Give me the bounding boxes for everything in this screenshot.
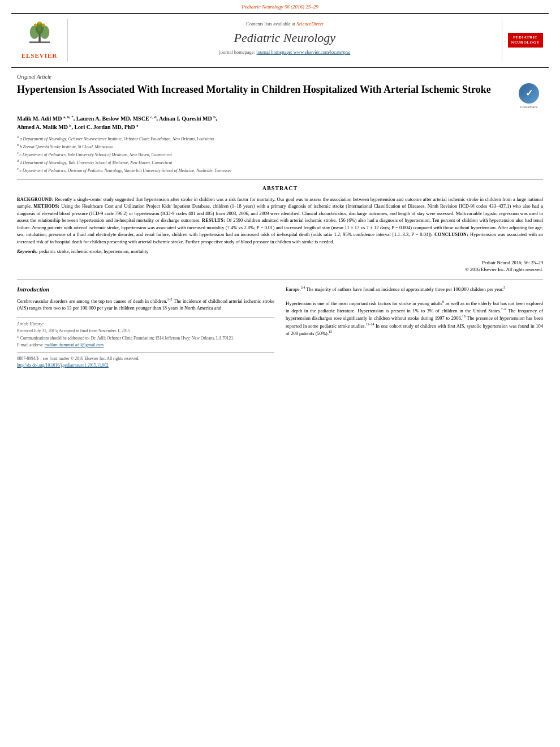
- page: Pediatric Neurology 56 (2016) 25–29 ELSE…: [0, 0, 560, 747]
- corner-badge-text: PEDIATRICNEUROLOGY: [508, 33, 543, 48]
- introduction-title: Introduction: [17, 285, 274, 294]
- svg-point-7: [38, 22, 41, 24]
- journal-title-block: Contents lists available at ScienceDirec…: [68, 19, 502, 62]
- abstract-section: ABSTRACT BACKGROUND: Recently a single-c…: [17, 184, 543, 273]
- affiliation-b: b b Zeenat Qureshi Stroke Institute, St …: [17, 143, 543, 150]
- intro-col2-text: Europe.3,4 The majority of authors have …: [286, 285, 543, 337]
- journal-homepage: journal homepage: journal homepage: www.…: [79, 49, 490, 56]
- article-history: Article History: Received July 31, 2015;…: [17, 317, 274, 349]
- elsevier-tree-icon: [23, 21, 57, 49]
- svg-point-6: [42, 23, 45, 26]
- background-label: BACKGROUND:: [17, 197, 54, 202]
- results-label: RESULTS:: [202, 218, 225, 223]
- svg-text:✓: ✓: [525, 88, 533, 98]
- methods-label: METHODS:: [33, 204, 59, 209]
- divider-1: [17, 179, 543, 180]
- received-text: Received July 31, 2015; Accepted in fina…: [17, 328, 274, 334]
- two-column-body: Introduction Cerebrovascular disorders a…: [17, 285, 543, 370]
- correspondence-text: * Communications should be addressed to:…: [17, 336, 274, 342]
- keywords-text: pediatric stroke, ischemic stroke, hyper…: [39, 248, 149, 254]
- journal-citation-banner: Pediatric Neurology 56 (2016) 25–29: [0, 0, 560, 13]
- email-link[interactable]: malikmuhammad.adil@gmail.com: [45, 342, 104, 347]
- abstract-text: BACKGROUND: Recently a single-center stu…: [17, 196, 543, 245]
- elsevier-wordmark: ELSEVIER: [21, 51, 58, 60]
- email-label: E-mail address:: [17, 342, 44, 347]
- authors-line: Malik M. Adil MD a, b, *, Lauren A. Besl…: [17, 115, 543, 131]
- affiliation-e: e e Department of Pediatrics, Division o…: [17, 166, 543, 174]
- homepage-text: journal homepage:: [219, 49, 256, 55]
- abstract-title: ABSTRACT: [17, 184, 543, 192]
- homepage-url[interactable]: journal homepage: www.elsevier.com/locat…: [256, 49, 350, 55]
- crossmark-label: CrossMark: [520, 105, 537, 110]
- intro-col1-text: Cerebrovascular disorders are among the …: [17, 297, 274, 311]
- article-history-label: Article History:: [17, 321, 274, 328]
- copyright-text: © 2016 Elsevier Inc. All rights reserved…: [17, 267, 543, 273]
- footnote-line1: 0887-8994/$ – see front matter © 2016 El…: [17, 356, 274, 362]
- right-column: Europe.3,4 The majority of authors have …: [286, 285, 543, 370]
- keywords-line: Keywords: pediatric stroke, ischemic str…: [17, 248, 543, 255]
- svg-point-5: [34, 23, 37, 26]
- affiliations-block: a a Department of Neurology, Ochsner Neu…: [17, 135, 543, 174]
- elsevier-logo-block: ELSEVIER: [11, 19, 68, 62]
- article-history-italic-label: Article History:: [17, 321, 44, 327]
- divider-2: [17, 279, 543, 280]
- main-content: Original Article Hypertension Is Associa…: [0, 68, 560, 381]
- authors-text: Malik M. Adil MD a, b, *, Lauren A. Besl…: [17, 115, 217, 130]
- affiliation-a: a a Department of Neurology, Ochsner Neu…: [17, 135, 543, 142]
- doi-link[interactable]: http://dx.doi.org/10.1016/j.pediatrneuro…: [17, 363, 274, 369]
- crossmark-block[interactable]: ✓ CrossMark: [515, 83, 543, 110]
- citation-text: Pediatr Neurol 2016; 56: 25–29: [17, 260, 543, 267]
- affiliation-c: c c Department of Pediatrics, Yale Unive…: [17, 151, 543, 158]
- left-column: Introduction Cerebrovascular disorders a…: [17, 285, 274, 370]
- article-title-row: Hypertension Is Associated With Increase…: [17, 83, 543, 110]
- article-title: Hypertension Is Associated With Increase…: [17, 83, 515, 96]
- science-direct-link[interactable]: ScienceDirect: [296, 21, 323, 27]
- citation-box: Pediatr Neurol 2016; 56: 25–29 © 2016 El…: [17, 260, 543, 273]
- journal-name: Pediatric Neurology: [79, 29, 490, 47]
- journal-corner-badge: PEDIATRICNEUROLOGY: [502, 19, 549, 62]
- conclusion-label: CONCLUSION:: [434, 232, 468, 237]
- affiliation-d: d d Department of Neurology, Yale Univer…: [17, 158, 543, 166]
- contents-line: Contents lists available at ScienceDirec…: [79, 21, 490, 28]
- journal-header: ELSEVIER Contents lists available at Sci…: [11, 13, 549, 68]
- email-line: E-mail address: malikmuhammad.adil@gmail…: [17, 342, 274, 349]
- footnotes: 0887-8994/$ – see front matter © 2016 El…: [17, 352, 274, 369]
- article-type-label: Original Article: [17, 74, 543, 81]
- crossmark-icon: ✓: [519, 83, 539, 104]
- keywords-label: Keywords:: [17, 248, 38, 254]
- contents-text: Contents lists available at: [246, 21, 296, 27]
- journal-citation-text: Pediatric Neurology 56 (2016) 25–29: [242, 4, 318, 10]
